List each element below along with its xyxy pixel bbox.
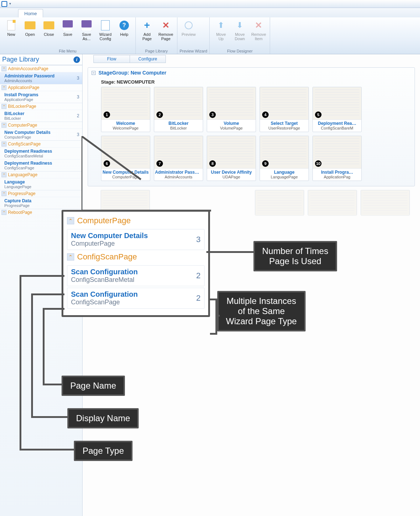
thumb-display-name: User Device Affinity (207, 169, 256, 175)
page-item[interactable]: BitLockerBitLocker2 (0, 110, 82, 122)
zoom-item-2[interactable]: Scan Configuration ConfigScanBareMetal 2 (67, 265, 205, 286)
flow-thumb[interactable]: 8User Device AffinityUDAPage (207, 136, 256, 181)
thumb-preview: 3 (207, 87, 256, 120)
thumb-page-name: LanguagePage (260, 175, 308, 181)
movedn-icon: ⬇ (234, 20, 245, 31)
button-label: Wizard Config (99, 32, 112, 41)
saveas-button[interactable]: Save As... (77, 18, 96, 49)
flow-thumb[interactable]: 4Select TargetUserRestorePage (260, 87, 309, 132)
flow-thumb[interactable]: 1WelcomeWelcomePage (101, 87, 150, 132)
page-item[interactable]: Capture DataProgressPage (0, 197, 82, 209)
page-item[interactable]: LanguageLanguagePage (0, 178, 82, 190)
qa-dropdown-icon[interactable]: ▼ (9, 2, 12, 5)
page-display-name: Administrator Password (4, 73, 80, 79)
page-item[interactable]: Administrator PasswordAdminAccounts3 (0, 72, 82, 84)
page-item[interactable]: Install ProgramsApplicationPage3 (0, 91, 82, 103)
zoom-item-dn: New Computer Details (71, 232, 201, 240)
zoom-item-count: 2 (196, 293, 201, 303)
thumb-number: 2 (156, 111, 163, 118)
thumb-placeholder[interactable] (361, 190, 410, 215)
group-header[interactable]: ⌃ProgressPage (0, 190, 82, 197)
thumb-preview: 9 (260, 136, 308, 169)
page-library-header: Page Library i (0, 54, 82, 65)
preview-button[interactable]: Preview (180, 18, 198, 49)
thumb-display-name: Language (260, 169, 308, 175)
thumb-placeholder[interactable] (255, 190, 304, 215)
thumb-preview: 10 (313, 136, 361, 169)
save-button[interactable]: Save (59, 18, 77, 49)
connector (206, 251, 253, 253)
page-item[interactable]: Deployment ReadinessConfigScanPage (0, 159, 82, 171)
group-header[interactable]: ⌃LanguagePage (0, 171, 82, 178)
flow-thumb[interactable]: 2BitLockerBitLocker (154, 87, 203, 132)
zoom-item-count: 3 (196, 235, 201, 244)
remitem-button[interactable]: ✕Remove Item (249, 18, 268, 49)
zoom-item-1[interactable]: New Computer Details ComputerPage 3 (67, 229, 205, 250)
button-label: Add Page (142, 32, 152, 41)
page-display-name: Install Programs (4, 92, 80, 97)
thumb-page-name: ConfigScanBareM (313, 126, 361, 132)
movedn-button[interactable]: ⬇Move Down (231, 18, 249, 49)
button-label: Help (120, 32, 129, 37)
connector (31, 416, 67, 418)
chevron-up-icon: ⌃ (1, 85, 7, 90)
thumb-page-name: ApplicationPag (313, 175, 361, 181)
chevron-up-icon: ⌃ (1, 104, 7, 109)
thumb-page-name: WelcomePage (101, 126, 150, 132)
help-button[interactable]: ?Help (115, 18, 133, 49)
rempage-button[interactable]: ✕Remove Page (157, 18, 175, 49)
group-header[interactable]: ⌃AdminAccountsPage (0, 65, 82, 72)
flow-thumb[interactable]: 10Install Progra…ApplicationPag (312, 136, 362, 181)
thumb-preview: 4 (260, 87, 308, 120)
tab-flow[interactable]: Flow (93, 55, 130, 63)
zoom-item-pn: ConfigScanPage (71, 299, 201, 306)
group-name: RebootPage (8, 210, 32, 215)
remitem-icon: ✕ (253, 20, 264, 31)
page-item[interactable]: Deployment ReadinessConfigScanBareMetal (0, 147, 82, 159)
flow-thumb[interactable]: 5Deployment Rea…ConfigScanBareM (312, 87, 362, 132)
chevron-up-icon: ⌃ (1, 66, 7, 71)
moveup-button[interactable]: ⬆Move Up (212, 18, 230, 49)
group-header[interactable]: ⌃ConfigScanPage (0, 140, 82, 147)
wizcfg-button[interactable]: Wizard Config (96, 18, 114, 49)
zoom-item-pn: ComputerPage (71, 240, 201, 248)
info-icon[interactable]: i (74, 56, 80, 63)
page-count: 3 (77, 94, 79, 100)
app-icon[interactable] (1, 1, 7, 7)
thumb-placeholder[interactable] (308, 190, 357, 215)
group-header[interactable]: ⌃ComputerPage (0, 122, 82, 128)
addpage-icon: + (141, 20, 153, 31)
page-item[interactable]: New Computer DetailsComputerPage3 (0, 128, 82, 140)
group-label: Preview Wizard (180, 49, 207, 54)
connector (210, 333, 217, 335)
page-count: 3 (77, 76, 79, 81)
thumb-preview: 1 (101, 87, 150, 120)
connector (215, 315, 220, 317)
chevron-up-icon: ⌃ (1, 172, 7, 177)
new-button[interactable]: New (2, 18, 20, 49)
group-name: AdminAccountsPage (8, 66, 48, 71)
thumb-preview: 5 (313, 87, 361, 120)
group-header[interactable]: ⌃ApplicationPage (0, 84, 82, 91)
collapse-icon[interactable] (92, 71, 96, 75)
open-button[interactable]: Open (21, 18, 39, 49)
zoom-item-3[interactable]: Scan Configuration ConfigScanPage 2 (67, 288, 205, 309)
tab-configure[interactable]: Configure (130, 55, 166, 63)
thumb-page-name: UserRestorePage (260, 126, 308, 132)
close-button[interactable]: Close (40, 18, 58, 49)
flow-thumb[interactable]: 9LanguageLanguagePage (260, 136, 309, 181)
thumb-number: 10 (315, 160, 322, 167)
flow-thumb[interactable]: 3VolumeVolumePage (207, 87, 256, 132)
button-label: Preview (181, 32, 196, 37)
zoom-callout: ⌃ComputerPage New Computer Details Compu… (62, 210, 210, 317)
chevron-up-icon[interactable]: ⌃ (67, 253, 74, 261)
chevron-up-icon[interactable]: ⌃ (67, 217, 74, 224)
annotation-count: Number of Times Page Is Used (253, 241, 337, 271)
page-name: ConfigScanPage (4, 166, 80, 170)
button-label: Move Down (235, 32, 245, 41)
chevron-up-icon: ⌃ (1, 123, 7, 128)
tab-home[interactable]: Home (18, 9, 43, 17)
group-label: Flow Designer (212, 49, 268, 54)
group-header[interactable]: ⌃BitLockerPage (0, 103, 82, 110)
addpage-button[interactable]: +Add Page (138, 18, 156, 49)
